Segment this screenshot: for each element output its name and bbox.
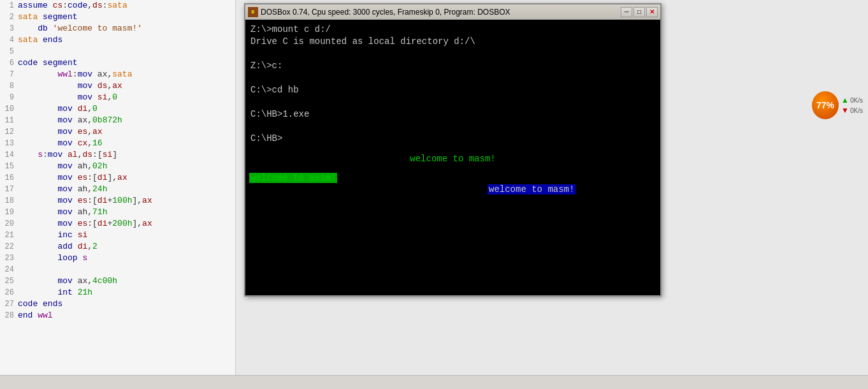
line-content: assume cs:code,ds:sata [18,0,235,11]
dos-line-5 [250,72,655,84]
line-number: 12 [0,126,18,138]
line-number: 3 [0,23,18,34]
code-line: 20 mov es:[di+200h],ax [0,218,235,230]
perf-up-row: ▲ 0K/s [841,96,863,105]
line-number: 2 [0,11,18,23]
code-editor[interactable]: 1assume cs:code,ds:sata2sata segment3 db… [0,0,236,389]
perf-down-label: 0K/s [850,107,863,114]
code-line: 14 s:mov al,ds:[si] [0,149,235,161]
line-content: add di,2 [18,241,235,253]
code-line: 26 int 21h [0,287,235,298]
line-number: 21 [0,230,18,241]
dos-line-4: Z:\>c: [250,60,655,72]
code-line: 23 loop s [0,253,235,264]
dosbox-icon-img: D [248,7,258,17]
close-button[interactable]: ✕ [646,7,658,17]
line-content: db 'welcome to masm!' [18,23,235,34]
code-line: 17 mov ah,24h [0,184,235,195]
perf-meter: 77% ▲ 0K/s ▼ 0K/s [812,92,863,118]
line-content: mov es:[di],ax [18,172,235,184]
dosbox-title: DOSBox 0.74, Cpu speed: 3000 cycles, Fra… [261,8,619,17]
code-line: 16 mov es:[di],ax [0,172,235,184]
dos-line-9 [250,121,655,133]
line-content [18,46,235,57]
line-content: mov ax,4c00h [18,275,235,287]
line-content: mov ah,24h [18,184,235,195]
code-line: 15 mov ah,02h [0,161,235,172]
line-number: 23 [0,253,18,264]
dos-line-10: C:\HB> [250,133,655,145]
dosbox-titlebar: D DOSBox 0.74, Cpu speed: 3000 cycles, F… [245,4,660,20]
line-number: 25 [0,275,18,287]
dosbox-screen: Z:\>mount c d:/ Drive C is mounted as lo… [245,20,660,295]
code-line: 7 wwl:mov ax,sata [0,69,235,80]
line-content: mov ds,ax [18,80,235,92]
code-line: 19 mov ah,71h [0,207,235,218]
line-content: wwl:mov ax,sata [18,69,235,80]
perf-percent: 77% [816,100,834,110]
line-number: 10 [0,103,18,115]
line-content: int 21h [18,287,235,298]
line-number: 11 [0,115,18,126]
code-line: 12 mov es,ax [0,126,235,138]
line-number: 17 [0,184,18,195]
line-content [18,264,235,275]
maximize-button[interactable]: □ [633,7,645,17]
line-number: 24 [0,264,18,275]
perf-down-row: ▼ 0K/s [841,106,863,115]
line-content: mov ah,02h [18,161,235,172]
line-content: end wwl [18,310,235,321]
code-line: 21 inc si [0,230,235,241]
line-number: 20 [0,218,18,230]
line-number: 15 [0,161,18,172]
line-number: 28 [0,310,18,321]
line-number: 22 [0,241,18,253]
line-content: mov ah,71h [18,207,235,218]
line-content: mov es,ax [18,126,235,138]
line-number: 14 [0,149,18,161]
code-line: 25 mov ax,4c00h [0,275,235,287]
line-content: mov si,0 [18,92,235,103]
code-line: 24 [0,264,235,275]
line-content: code segment [18,57,235,69]
line-number: 1 [0,0,18,11]
line-number: 5 [0,46,18,57]
line-number: 6 [0,57,18,69]
perf-arrows: ▲ 0K/s ▼ 0K/s [841,96,863,115]
line-content: mov es:[di+200h],ax [18,218,235,230]
perf-circle: 77% [812,91,839,119]
line-number: 16 [0,172,18,184]
code-line: 18 mov es:[di+100h],ax [0,195,235,207]
dos-line-1: Z:\>mount c d:/ [250,24,655,36]
code-line: 3 db 'welcome to masm!' [0,23,235,34]
minimize-button[interactable]: ─ [621,7,632,17]
line-content: mov cx,16 [18,138,235,149]
line-content: mov ax,0b872h [18,115,235,126]
dos-line-3 [250,48,655,60]
up-arrow-icon: ▲ [841,96,849,105]
code-line: 27code ends [0,298,235,310]
dos-welcome-bl: welcome to masm! [249,173,337,183]
line-number: 4 [0,34,18,46]
code-line: 5 [0,46,235,57]
line-content: mov di,0 [18,103,235,115]
code-line: 11 mov ax,0b872h [0,115,235,126]
line-content: sata ends [18,34,235,46]
line-number: 18 [0,195,18,207]
code-line: 1assume cs:code,ds:sata [0,0,235,11]
dos-line-7 [250,96,655,108]
dos-welcome-center: welcome to masm! [245,154,660,164]
code-line: 9 mov si,0 [0,92,235,103]
line-content: inc si [18,230,235,241]
line-content: mov es:[di+100h],ax [18,195,235,207]
perf-up-label: 0K/s [850,97,863,104]
line-content: sata segment [18,11,235,23]
line-content: s:mov al,ds:[si] [18,149,235,161]
code-line: 28end wwl [0,310,235,321]
dosbox-window: D DOSBox 0.74, Cpu speed: 3000 cycles, F… [244,3,662,297]
line-number: 8 [0,80,18,92]
line-number: 27 [0,298,18,310]
dos-line-8: C:\HB>1.exe [250,108,655,121]
line-content: code ends [18,298,235,310]
line-number: 19 [0,207,18,218]
